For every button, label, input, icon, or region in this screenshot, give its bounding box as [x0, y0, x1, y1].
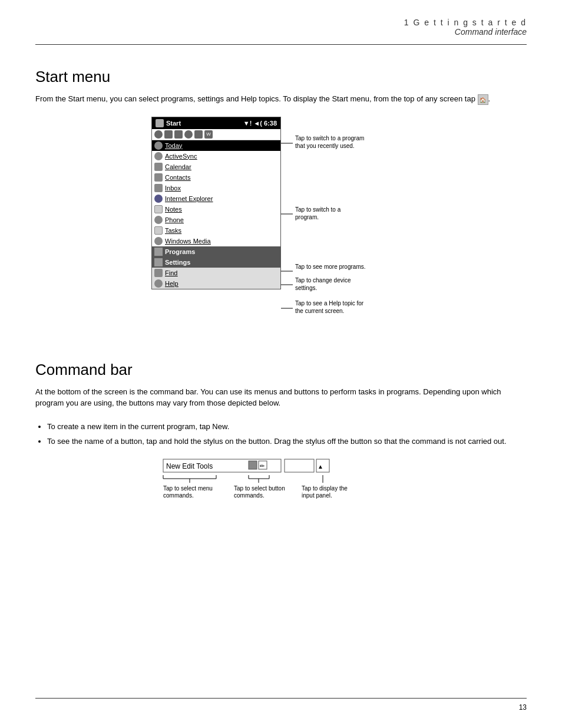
- svg-text:Tap to select menu: Tap to select menu: [163, 485, 213, 492]
- titlebar-time: ▼! ◄( 6:38: [243, 120, 277, 127]
- menu-item-find: Find: [152, 268, 280, 278]
- bullet-2: To see the name of a button, tap and hol…: [47, 436, 527, 447]
- menu-item-tasks: Tasks: [152, 225, 280, 236]
- device-screenshot: Start ▼! ◄( 6:38 W Today: [151, 117, 281, 289]
- help-icon: [154, 279, 163, 288]
- start-icon: 🏠: [478, 94, 488, 105]
- menu-item-windows-media: Windows Media: [152, 236, 280, 246]
- svg-text:✏: ✏: [260, 463, 265, 469]
- find-icon: [154, 269, 163, 277]
- command-bar-section: Command bar At the bottom of the screen …: [35, 361, 527, 527]
- ie-icon: [154, 195, 163, 203]
- svg-text:input panel.: input panel.: [302, 492, 332, 499]
- footer-divider: [35, 698, 527, 699]
- titlebar-left: Start: [156, 119, 181, 127]
- wm-icon: [154, 237, 163, 245]
- calendar-icon: [154, 163, 163, 171]
- icon-5: [194, 130, 203, 139]
- device-icons-row: W: [152, 129, 280, 140]
- today-icon: [154, 141, 163, 150]
- svg-text:commands.: commands.: [163, 492, 194, 499]
- programs-icon: [154, 248, 163, 256]
- menu-item-settings: Settings: [152, 257, 280, 268]
- device-titlebar: Start ▼! ◄( 6:38: [152, 117, 280, 129]
- chapter-subtitle: Command interface: [404, 27, 527, 37]
- header-divider: [35, 44, 527, 45]
- svg-text:Tap to switch to a: Tap to switch to a: [295, 206, 341, 213]
- activesync-icon: [154, 152, 163, 160]
- chapter-title: 1 G e t t i n g s t a r t e d: [404, 18, 527, 27]
- svg-text:Tap to see a Help topic for: Tap to see a Help topic for: [295, 300, 364, 307]
- notes-icon: [154, 205, 163, 213]
- titlebar-label: Start: [166, 120, 181, 127]
- device-screen: Start ▼! ◄( 6:38 W Today: [151, 117, 281, 289]
- menu-item-notes: Notes: [152, 204, 280, 215]
- menu-item-today: Today: [152, 140, 280, 151]
- page-header: 1 G e t t i n g s t a r t e d Command in…: [404, 18, 527, 37]
- svg-text:Tap to switch to a program: Tap to switch to a program: [295, 135, 364, 141]
- menu-item-ie: Internet Explorer: [152, 193, 280, 204]
- icon-2: [164, 130, 173, 139]
- tasks-icon: [154, 226, 163, 235]
- start-menu-diagram: Start ▼! ◄( 6:38 W Today: [35, 117, 527, 343]
- svg-text:Tap to select button: Tap to select button: [234, 485, 285, 492]
- svg-text:Tap to see more programs.: Tap to see more programs.: [295, 263, 366, 270]
- contacts-icon: [154, 173, 163, 182]
- start-menu-description: From the Start menu, you can select prog…: [35, 93, 527, 105]
- menu-item-help: Help: [152, 278, 280, 289]
- command-bar-description: At the bottom of the screen is the comma…: [35, 386, 527, 409]
- icon-3: [174, 130, 183, 139]
- svg-text:Tap to change device: Tap to change device: [295, 277, 351, 284]
- command-bar-bullets: To create a new item in the current prog…: [47, 421, 527, 447]
- menu-item-inbox: Inbox: [152, 183, 280, 193]
- phone-icon: [154, 216, 163, 224]
- svg-text:the current screen.: the current screen.: [295, 308, 344, 314]
- icon-1: [154, 130, 163, 139]
- cmdbar-svg: New Edit Tools ✏ ▲: [157, 456, 405, 527]
- command-bar-title: Command bar: [35, 361, 527, 379]
- inbox-icon: [154, 184, 163, 192]
- menu-item-calendar: Calendar: [152, 162, 280, 172]
- svg-text:New  Edit  Tools: New Edit Tools: [166, 462, 213, 470]
- icon-6: W: [204, 130, 213, 139]
- icon-4: [184, 130, 193, 139]
- svg-text:that you recently used.: that you recently used.: [295, 143, 355, 149]
- callout-annotations: Tap to switch to a program that you rece…: [281, 117, 411, 343]
- svg-rect-19: [285, 459, 314, 472]
- titlebar-icon: [156, 119, 164, 127]
- bullet-1: To create a new item in the current prog…: [47, 421, 527, 433]
- menu-item-activesync: ActiveSync: [152, 151, 280, 162]
- settings-icon: [154, 258, 163, 266]
- command-bar-diagram: New Edit Tools ✏ ▲: [35, 456, 527, 527]
- main-content: Start menu From the Start menu, you can …: [35, 56, 527, 533]
- start-menu-section: Start menu From the Start menu, you can …: [35, 68, 527, 105]
- svg-text:Tap to display the: Tap to display the: [302, 485, 348, 492]
- menu-item-phone: Phone: [152, 215, 280, 225]
- svg-text:settings.: settings.: [295, 285, 317, 291]
- svg-rect-16: [249, 461, 257, 469]
- start-menu-title: Start menu: [35, 68, 527, 86]
- page-number: 13: [519, 703, 527, 711]
- svg-text:commands.: commands.: [234, 492, 265, 499]
- svg-text:▲: ▲: [318, 463, 323, 470]
- callout-svg: Tap to switch to a program that you rece…: [281, 117, 411, 341]
- svg-text:program.: program.: [295, 214, 319, 220]
- menu-item-programs: Programs: [152, 246, 280, 257]
- menu-item-contacts: Contacts: [152, 172, 280, 183]
